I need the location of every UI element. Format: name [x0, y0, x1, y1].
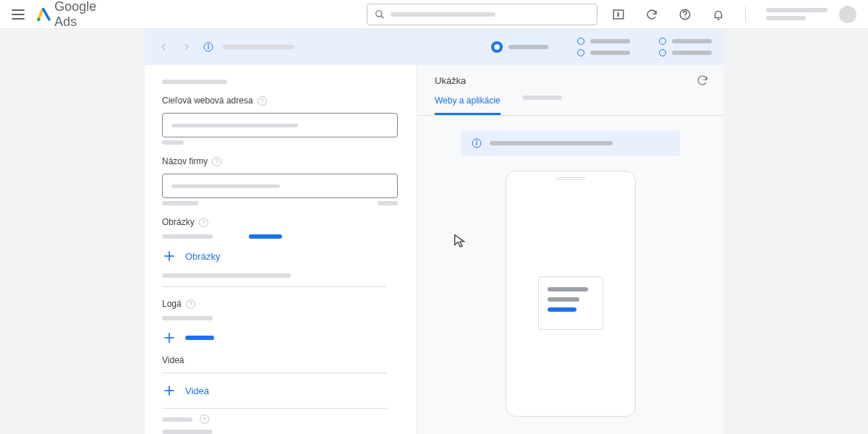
step-3a[interactable]	[659, 38, 712, 45]
name-counter	[162, 201, 398, 205]
add-images-button[interactable]: Obrázky	[162, 249, 399, 263]
svg-point-10	[208, 45, 208, 46]
images-hint-placeholder	[162, 273, 291, 278]
help-icon[interactable]: ?	[199, 218, 208, 227]
images-subrow	[162, 234, 399, 239]
extra-row-1: ?	[162, 414, 399, 424]
ad-card	[538, 276, 603, 330]
refresh-preview-button[interactable]	[696, 74, 709, 87]
name-label: Názov firmy?	[162, 156, 399, 166]
avatar[interactable]	[839, 6, 856, 23]
search-input[interactable]	[367, 4, 597, 25]
step-1[interactable]	[491, 38, 548, 56]
account-id-placeholder	[766, 16, 806, 20]
name-input[interactable]	[162, 174, 398, 198]
svg-point-0	[37, 17, 41, 21]
svg-line-2	[380, 15, 383, 18]
phone-preview	[506, 171, 636, 417]
refresh-icon[interactable]	[645, 8, 658, 21]
tab-web-apps[interactable]: Weby a aplikácie	[435, 95, 501, 115]
plus-icon	[162, 249, 176, 263]
preview-header: Ukážka	[417, 65, 723, 87]
step-2b[interactable]	[577, 49, 630, 56]
stepper-bar	[145, 29, 723, 65]
panel-body: Cieľová webová adresa? Názov firmy? Obrá…	[145, 65, 723, 434]
add-images-label: Obrázky	[185, 251, 220, 262]
help-icon[interactable]: ?	[186, 299, 195, 309]
stepper-steps	[491, 38, 712, 56]
reports-icon[interactable]	[612, 8, 625, 21]
plus-icon	[162, 331, 176, 345]
logos-sub-placeholder	[162, 316, 213, 320]
form-side: Cieľová webová adresa? Názov firmy? Obrá…	[145, 65, 417, 434]
account-info	[766, 6, 856, 23]
app-header: Google Ads	[0, 0, 868, 29]
main-panel: Cieľová webová adresa? Názov firmy? Obrá…	[145, 29, 723, 434]
step-2a[interactable]	[577, 38, 630, 45]
search-icon	[375, 9, 385, 20]
preview-side: Ukážka Weby a aplikácie	[417, 65, 723, 434]
help-icon[interactable]: ?	[212, 157, 221, 166]
ads-logo-icon	[36, 7, 52, 22]
product-name: Google Ads	[54, 0, 120, 30]
divider	[162, 286, 386, 287]
url-label: Cieľová webová adresa?	[162, 95, 399, 106]
notifications-icon[interactable]	[712, 8, 725, 21]
add-videos-label: Videá	[185, 386, 209, 396]
svg-point-6	[684, 17, 686, 18]
help-icon[interactable]	[678, 8, 692, 21]
back-button[interactable]	[156, 40, 171, 54]
divider	[745, 7, 746, 22]
plus-icon	[162, 383, 176, 398]
divider	[162, 408, 386, 409]
info-icon[interactable]	[203, 41, 214, 53]
product-logo[interactable]: Google Ads	[36, 0, 121, 30]
logos-label: Logá?	[162, 299, 399, 309]
header-tools	[612, 6, 856, 23]
extra-placeholder	[162, 430, 213, 434]
tab-other[interactable]	[522, 95, 562, 115]
menu-icon[interactable]	[12, 8, 25, 21]
divider	[162, 373, 386, 373]
help-icon[interactable]: ?	[258, 96, 267, 106]
preview-info-banner	[461, 130, 680, 156]
svg-point-22	[476, 141, 477, 142]
preview-title: Ukážka	[435, 75, 466, 86]
phone-speaker	[556, 177, 585, 180]
add-logos-button[interactable]	[162, 331, 399, 345]
content-area: Cieľová webová adresa? Názov firmy? Obrá…	[0, 29, 868, 434]
add-logos-label-placeholder	[185, 336, 214, 340]
stepper-title-placeholder	[223, 45, 294, 49]
add-videos-button[interactable]: Videá	[162, 383, 399, 398]
account-name-placeholder	[766, 8, 827, 12]
search-placeholder	[391, 12, 495, 17]
videos-label: Videá	[162, 355, 399, 365]
section-heading-placeholder	[162, 80, 227, 84]
svg-rect-4	[618, 12, 619, 17]
help-icon[interactable]: ?	[200, 414, 209, 424]
svg-point-1	[375, 10, 381, 16]
images-label: Obrázky?	[162, 217, 399, 227]
preview-tabs: Weby a aplikácie	[417, 87, 723, 116]
forward-button[interactable]	[179, 40, 194, 54]
info-icon	[471, 137, 482, 149]
url-counter	[162, 140, 398, 145]
step-3b[interactable]	[659, 49, 712, 56]
url-input[interactable]	[162, 113, 398, 137]
